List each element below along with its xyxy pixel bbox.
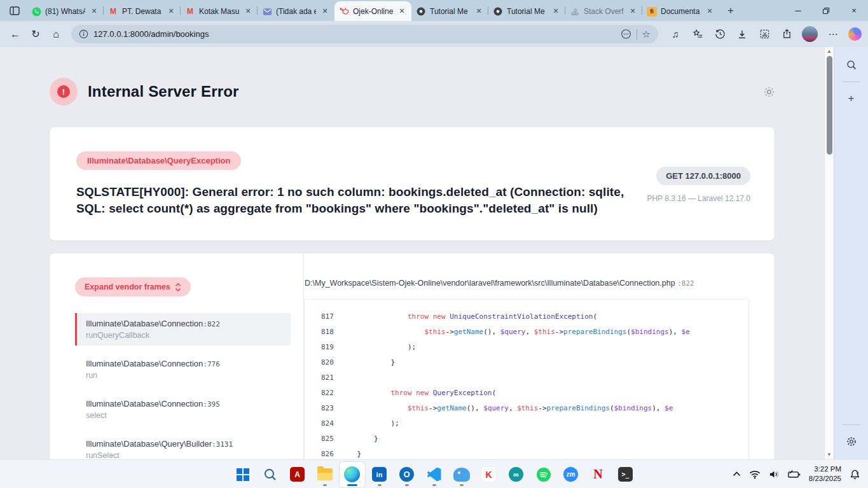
tab-close-icon[interactable]: × — [166, 6, 176, 17]
k-app-icon[interactable]: K — [476, 462, 502, 487]
copilot-icon[interactable] — [848, 27, 862, 41]
start-icon[interactable] — [230, 462, 256, 487]
stack-frame[interactable]: Illuminate\Database\Connection:822runQue… — [75, 313, 291, 345]
stack-frame[interactable]: Illuminate\Database\Connection:776run — [75, 353, 291, 386]
restore-button[interactable] — [812, 0, 840, 21]
arduino-icon[interactable]: ∞ — [504, 462, 529, 487]
stack-frame[interactable]: Illuminate\Database\Connection:395select — [75, 393, 291, 426]
linkedin-icon[interactable]: in — [367, 462, 392, 487]
tab-close-icon[interactable]: × — [397, 6, 407, 17]
tab-close-icon[interactable]: × — [89, 6, 99, 17]
page-scrollbar[interactable]: ▲ ▼ — [824, 47, 834, 459]
refresh-icon[interactable]: ↻ — [27, 25, 45, 43]
outlook-icon[interactable]: O — [394, 462, 420, 487]
new-tab-button[interactable]: + — [722, 2, 740, 20]
collections-icon[interactable] — [691, 27, 705, 41]
tab-close-icon[interactable]: × — [320, 6, 330, 17]
browser-tab[interactable]: Stack Overf× — [565, 2, 642, 21]
expand-vendor-frames-button[interactable]: Expand vendor frames — [75, 277, 191, 296]
tab-title: (Tidak ada e — [276, 7, 316, 16]
back-icon[interactable]: ← — [6, 25, 24, 43]
share-icon[interactable] — [780, 27, 794, 41]
laragon-icon[interactable] — [449, 462, 474, 487]
browser-tab[interactable]: (81) WhatsA× — [27, 2, 104, 21]
code-snippet: 817 throw new UniqueConstraintViolationE… — [304, 299, 749, 459]
tab-search-icon[interactable] — [5, 3, 24, 19]
tab-title: Tutorial Me — [430, 7, 470, 16]
search-icon[interactable] — [258, 462, 283, 487]
tray-clock[interactable]: 3:22 PM 8/23/2025 — [809, 464, 841, 484]
browser-tab[interactable]: fiDocumenta× — [642, 2, 719, 21]
sidebar-settings-icon[interactable] — [843, 433, 860, 450]
gmail-favicon: M — [185, 6, 195, 17]
zoom-icon[interactable]: zm — [558, 462, 584, 487]
frame-location: Illuminate\Database\Connection:822 — [86, 319, 282, 328]
tab-close-icon[interactable]: × — [243, 6, 253, 17]
tab-close-icon[interactable]: × — [705, 6, 715, 17]
browser-window: (81) WhatsA×MPT. Dewata×MKotak Masu×(Tid… — [0, 0, 868, 488]
theme-toggle-icon[interactable] — [764, 87, 775, 97]
terminal-icon[interactable]: >_ — [613, 462, 638, 487]
code-line: 825 } — [305, 431, 748, 446]
vscode-icon[interactable] — [422, 462, 447, 487]
sidebar-search-icon[interactable] — [843, 56, 860, 74]
code-line: 823 $this->getName(), $query, $this->pre… — [305, 400, 748, 415]
spotify-icon[interactable] — [531, 462, 556, 487]
stack-frame[interactable]: Illuminate\Database\Query\Builder:3131ru… — [75, 433, 291, 459]
browser-tab[interactable]: MPT. Dewata× — [104, 2, 181, 21]
address-bar[interactable]: 127.0.0.1:8000/admin/bookings ☆ — [71, 25, 658, 43]
minimize-button[interactable]: ─ — [784, 0, 812, 21]
acrobat-icon[interactable]: A — [285, 462, 310, 487]
frame-method: run — [86, 371, 282, 380]
tab-close-icon[interactable]: × — [474, 6, 484, 17]
tray-date: 8/23/2025 — [809, 474, 841, 484]
scroll-down-icon[interactable]: ▼ — [827, 450, 832, 459]
scrollbar-thumb[interactable] — [827, 56, 832, 155]
wifi-icon[interactable] — [749, 470, 761, 479]
tray-time: 3:22 PM — [809, 464, 841, 474]
tab-title: Stack Overf — [584, 7, 624, 16]
downloads-icon[interactable] — [735, 27, 749, 41]
browser-tab[interactable]: (Tidak ada e× — [258, 2, 334, 21]
frame-method: runQueryCallback — [86, 331, 282, 340]
close-window-button[interactable]: × — [840, 0, 868, 21]
exception-message: SQLSTATE[HY000]: General error: 1 no suc… — [76, 184, 636, 217]
permissions-icon[interactable] — [621, 29, 631, 39]
code-line: 824 ); — [305, 415, 748, 431]
tab-close-icon[interactable]: × — [628, 6, 638, 17]
browser-tab[interactable]: Ojek-Online× — [334, 1, 411, 21]
profile-avatar[interactable] — [802, 26, 818, 42]
site-info-icon[interactable] — [79, 29, 88, 39]
browser-tab[interactable]: Tutorial Me× — [488, 2, 565, 21]
stack-trace-card: Expand vendor frames Illuminate\Database… — [50, 253, 775, 459]
web-capture-icon[interactable] — [757, 27, 771, 41]
code-line: 822 throw new QueryException( — [305, 385, 748, 400]
window-controls: ─ × — [784, 0, 868, 21]
exception-class-badge: Illuminate\Database\QueryException — [76, 151, 241, 170]
file-explorer-icon[interactable] — [312, 462, 338, 487]
scroll-up-icon[interactable]: ▲ — [827, 47, 832, 56]
sidebar-add-icon[interactable]: + — [843, 90, 860, 108]
netflix-icon[interactable]: N — [586, 462, 611, 487]
media-controls-icon[interactable]: ♫ — [668, 27, 682, 41]
frame-location: Illuminate\Database\Connection:395 — [86, 399, 282, 408]
url-text[interactable]: 127.0.0.1:8000/admin/bookings — [93, 29, 616, 39]
code-line: 818 $this->getName(), $query, $this->pre… — [305, 324, 748, 339]
browser-tab[interactable]: Tutorial Me× — [411, 2, 488, 21]
tab-close-icon[interactable]: × — [551, 6, 561, 17]
tab-title: Ojek-Online — [353, 7, 393, 16]
history-icon[interactable] — [713, 27, 727, 41]
frame-list: Illuminate\Database\Connection:822runQue… — [75, 313, 291, 459]
tab-title: Tutorial Me — [507, 7, 547, 16]
volume-icon[interactable] — [769, 470, 780, 479]
battery-icon[interactable] — [788, 470, 801, 479]
code-line: 821 — [305, 370, 748, 385]
browser-tab[interactable]: MKotak Masu× — [181, 2, 258, 21]
edge-icon[interactable] — [340, 462, 365, 487]
bookmark-star-icon[interactable]: ☆ — [642, 29, 651, 40]
home-icon[interactable]: ⌂ — [47, 25, 65, 43]
more-menu-icon[interactable]: ⋯ — [826, 27, 840, 41]
notification-bell-icon[interactable]: z — [850, 469, 860, 480]
tray-chevron-icon[interactable] — [733, 471, 741, 477]
file-line-number: :822 — [677, 279, 694, 288]
